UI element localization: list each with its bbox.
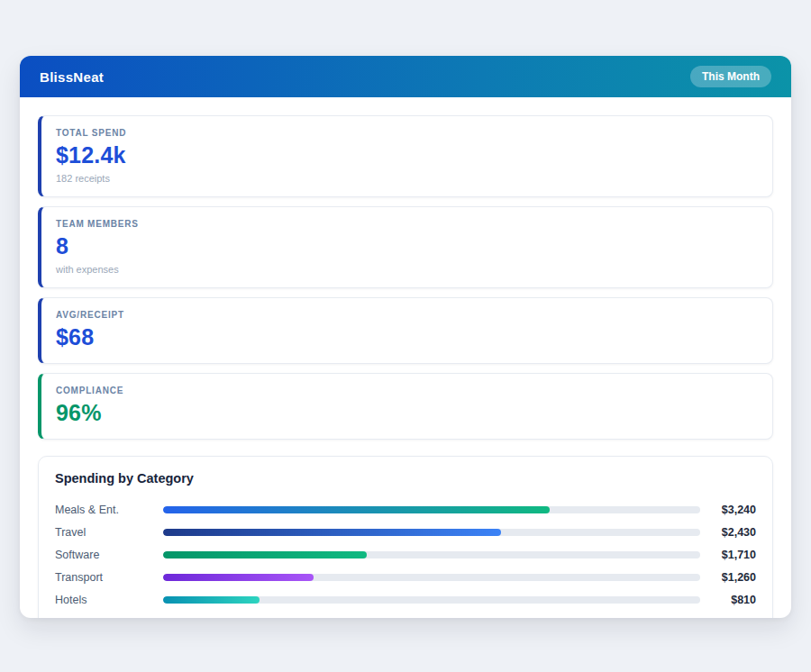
- stat-label: COMPLIANCE: [56, 386, 758, 395]
- stat-card-team-members: TEAM MEMBERS 8 with expenses: [38, 206, 773, 288]
- app-title: BlissNeat: [40, 69, 104, 85]
- stat-value: 8: [56, 233, 758, 259]
- stat-label: TOTAL SPEND: [56, 128, 758, 138]
- stat-card-compliance: COMPLIANCE 96%: [38, 373, 773, 440]
- stat-label: TEAM MEMBERS: [56, 219, 758, 229]
- category-value: $3,240: [700, 504, 756, 516]
- stat-value: 96%: [56, 400, 758, 426]
- category-bar-track: [163, 529, 700, 536]
- stat-value: $12.4k: [56, 142, 758, 168]
- stat-subtext: with expenses: [56, 264, 758, 275]
- dashboard-card: BlissNeat This Month TOTAL SPEND $12.4k …: [20, 56, 791, 618]
- category-bar-fill: [163, 529, 501, 536]
- spending-by-category-card: Spending by Category Meals & Ent. $3,240…: [38, 456, 773, 618]
- stat-card-total-spend: TOTAL SPEND $12.4k 182 receipts: [38, 115, 773, 197]
- category-label: Transport: [55, 571, 163, 584]
- stat-card-avg-receipt: AVG/RECEIPT $68: [38, 297, 773, 364]
- period-badge[interactable]: This Month: [690, 66, 771, 87]
- category-value: $810: [700, 594, 756, 606]
- stat-subtext: 182 receipts: [56, 173, 758, 184]
- category-row-transport: Transport $1,260: [55, 566, 756, 588]
- category-label: Software: [55, 549, 163, 561]
- category-row-hotels: Hotels $810: [55, 588, 756, 611]
- stat-label: AVG/RECEIPT: [56, 310, 758, 320]
- dashboard-body: TOTAL SPEND $12.4k 182 receipts TEAM MEM…: [20, 97, 791, 618]
- category-value: $2,430: [700, 526, 756, 539]
- category-bar-track: [163, 596, 700, 604]
- category-row-travel: Travel $2,430: [55, 521, 756, 543]
- spending-card-title: Spending by Category: [55, 471, 756, 486]
- category-bar-track: [163, 506, 700, 513]
- category-bar-track: [163, 551, 700, 558]
- category-row-meals: Meals & Ent. $3,240: [55, 498, 756, 521]
- category-bar-fill: [163, 574, 314, 581]
- category-row-software: Software $1,710: [55, 543, 756, 566]
- category-bar-fill: [163, 506, 550, 513]
- category-value: $1,260: [700, 571, 756, 584]
- category-label: Travel: [55, 526, 163, 539]
- category-bar-fill: [163, 551, 367, 558]
- category-bar-fill: [163, 596, 260, 604]
- category-label: Meals & Ent.: [55, 504, 163, 516]
- app-header: BlissNeat This Month: [20, 56, 791, 97]
- category-label: Hotels: [55, 594, 163, 606]
- category-bar-track: [163, 574, 700, 581]
- stat-value: $68: [56, 324, 758, 350]
- category-value: $1,710: [700, 549, 756, 561]
